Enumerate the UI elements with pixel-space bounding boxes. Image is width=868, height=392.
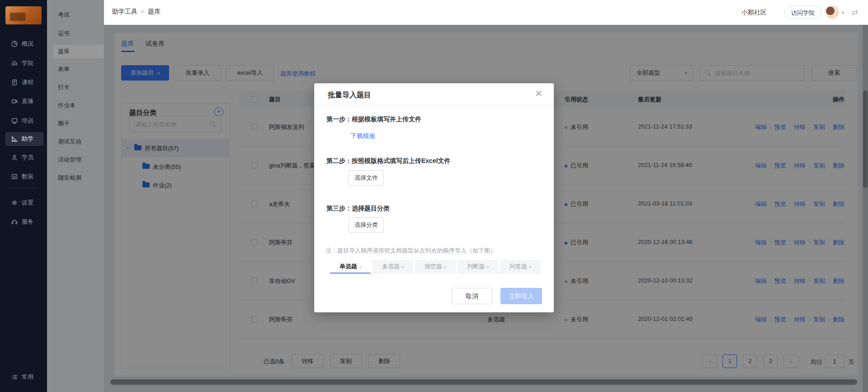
chevron-down-icon: ▾ xyxy=(529,265,531,269)
visit-college-button[interactable]: 访问学院 xyxy=(784,6,821,19)
modal-step-1-label: 第一步：根据模板填写并上传文件 xyxy=(326,115,421,124)
list-icon xyxy=(11,373,18,381)
sheet-tab-fill-blank: 填空题▾ xyxy=(415,260,456,273)
breadcrumb: 助学工具>题库 xyxy=(112,8,160,16)
sheet-tab-qa: 问答题▾ xyxy=(500,260,541,273)
import-now-button[interactable]: 立即导入 xyxy=(500,288,542,304)
sidebar-item-label: 学院 xyxy=(22,59,33,67)
sidebar-item-label: 课程 xyxy=(22,78,33,86)
sidebar-item-live[interactable]: 直播 xyxy=(5,95,43,108)
breadcrumb-separator: > xyxy=(141,9,144,15)
chevron-down-icon: ▾ xyxy=(359,265,361,269)
person-icon xyxy=(11,154,18,161)
sidebar-item-study-aid[interactable]: 助学 xyxy=(5,132,43,146)
sidebar-item-overview[interactable]: 概况 xyxy=(5,37,43,51)
sidebar-item-label: 概况 xyxy=(22,40,33,48)
modal-step-3-label: 第三步：选择题目分类 xyxy=(326,205,390,213)
chevron-down-icon[interactable]: ▾ xyxy=(842,10,844,15)
cancel-button[interactable]: 取消 xyxy=(452,288,492,304)
breadcrumb-current: 题库 xyxy=(148,8,160,15)
course-icon xyxy=(11,79,18,86)
breadcrumb-parent[interactable]: 助学工具 xyxy=(112,8,137,15)
choose-file-button[interactable]: 选择文件 xyxy=(349,170,384,186)
modal-note: 注：题目导入顺序请按照文档题型从左到右的顺序导入（如下图） xyxy=(326,247,496,255)
gear-icon xyxy=(11,199,18,206)
chevron-down-icon: ▾ xyxy=(487,265,489,269)
sidebar-item-label: 服务 xyxy=(22,218,33,226)
sidebar-item-label: 常用 xyxy=(22,373,33,381)
sidebar-item-training[interactable]: 培训 xyxy=(5,114,43,128)
chevron-down-icon: ▾ xyxy=(402,265,404,269)
sidebar-item-college[interactable]: 学院 xyxy=(5,57,43,70)
sidebar-item-service[interactable]: 服务 xyxy=(5,215,43,229)
sidebar-item-label: 数据 xyxy=(22,172,33,181)
brand-logo[interactable] xyxy=(5,6,42,24)
chevron-down-icon: ▾ xyxy=(444,265,446,269)
sidebar-item-data[interactable]: 数据 xyxy=(5,170,43,183)
service-headset-icon xyxy=(11,218,18,225)
sidebar-item-label: 学员 xyxy=(22,153,33,162)
study-aid-ruler-icon xyxy=(11,135,18,143)
sheet-tab-multi-choice: 多选题▾ xyxy=(373,260,413,273)
modal-step-2-label: 第二步：按照模版格式填写后上传Excel文件 xyxy=(326,157,451,165)
sheet-tabs-illustration: 单选题▾ 多选题▾ 填空题▾ 判断题▾ 问答题▾ xyxy=(326,260,542,273)
switch-account-icon[interactable]: ⇄ xyxy=(852,8,858,17)
live-camera-icon xyxy=(11,98,18,105)
modal-divider xyxy=(314,105,554,106)
community-link[interactable]: 小鹅社区 xyxy=(741,9,767,17)
sheet-tab-single-choice: 单选题▾ xyxy=(330,260,371,273)
data-chart-icon xyxy=(11,173,18,180)
avatar[interactable] xyxy=(826,5,839,19)
sidebar-item-label: 助学 xyxy=(22,135,33,143)
sidebar-divider xyxy=(8,188,39,188)
sidebar-item-label: 设置 xyxy=(22,199,33,207)
college-icon xyxy=(11,60,18,67)
sidebar-item-label: 培训 xyxy=(22,117,33,125)
close-icon[interactable]: × xyxy=(535,87,542,99)
sidebar-item-students[interactable]: 学员 xyxy=(5,151,43,164)
modal-overlay xyxy=(47,0,104,392)
pie-chart-icon xyxy=(11,40,18,48)
choose-category-button[interactable]: 选择分类 xyxy=(349,217,384,233)
sheet-tabs-baseline xyxy=(326,273,542,273)
sidebar-item-label: 直播 xyxy=(22,97,33,105)
app-root: 概况 学院 课程 直播 培训 助学 学员 数据 设置 服务 常用 xyxy=(0,0,868,392)
sheet-tab-true-false: 判断题▾ xyxy=(458,260,498,273)
sidebar-item-frequent[interactable]: 常用 xyxy=(5,370,43,384)
sidebar-item-course[interactable]: 课程 xyxy=(5,76,43,89)
download-template-link[interactable]: 下载模板 xyxy=(350,132,376,140)
sidebar-item-settings[interactable]: 设置 xyxy=(5,196,43,210)
training-screen-icon xyxy=(11,117,18,124)
modal-title: 批量导入题目 xyxy=(328,91,371,100)
